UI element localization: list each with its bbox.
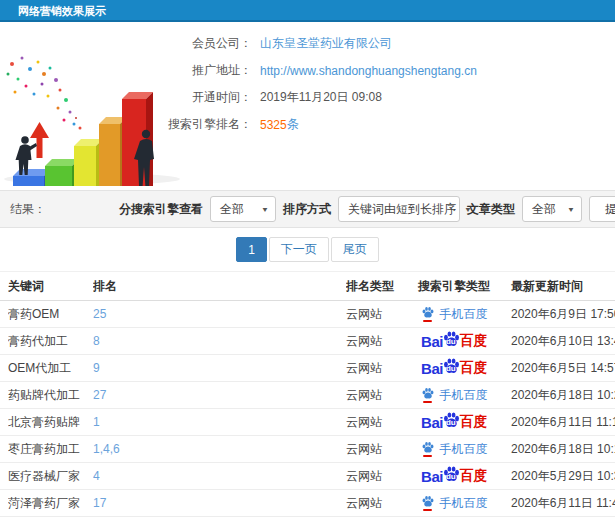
rank-type-cell: 云网站: [346, 306, 408, 323]
rank-link[interactable]: 1,4,6: [93, 442, 346, 456]
updated-time-cell: 2020年6月11日 11:18: [500, 414, 615, 431]
rank-link[interactable]: 25: [93, 307, 346, 321]
mobile-baidu-label: 手机百度: [440, 495, 488, 512]
mobile-baidu-logo: 手机百度: [421, 495, 488, 512]
mobile-baidu-logo: 手机百度: [421, 306, 488, 323]
info-label: 搜索引擎排名：: [60, 116, 252, 133]
red-underline: [423, 509, 432, 511]
table-header: 关键词 排名 排名类型 搜索引擎类型 最新更新时间: [0, 271, 615, 301]
info-value: 2019年11月20日 09:08: [260, 89, 382, 106]
mobile-baidu-logo: 手机百度: [421, 441, 488, 458]
keyword-cell: 医疗器械厂家: [8, 468, 93, 485]
keyword-cell: 膏药OEM: [8, 306, 93, 323]
info-value: 5325: [260, 118, 287, 132]
rank-type-cell: 云网站: [346, 495, 408, 512]
rank-type-cell: 云网站: [346, 441, 408, 458]
header-updated: 最新更新时间: [500, 278, 615, 295]
article-type-select[interactable]: 全部 ▼: [522, 196, 582, 222]
engine-filter-select[interactable]: 全部 ▼: [210, 196, 276, 222]
rank-link[interactable]: 1: [93, 415, 346, 429]
baidu-paw-icon: [421, 495, 435, 511]
baidu-paw-icon: du: [442, 465, 461, 484]
info-value[interactable]: 山东皇圣堂药业有限公司: [260, 35, 392, 52]
baidu-logo-cn: 百度: [460, 332, 487, 350]
header-engine-type: 搜索引擎类型: [408, 278, 500, 295]
updated-time-cell: 2020年6月5日 14:57: [500, 360, 615, 377]
rank-type-cell: 云网站: [346, 387, 408, 404]
baidu-paw-icon: [421, 306, 435, 322]
updated-time-cell: 2020年6月11日 11:40: [500, 495, 615, 512]
engine-cell: 手机百度 Bai du 百度: [408, 465, 500, 488]
baidu-logo-du: du: [446, 472, 456, 481]
header-rank-type: 排名类型: [346, 278, 408, 295]
updated-time-cell: 2020年5月29日 10:32: [500, 468, 615, 485]
page-button[interactable]: 下一页: [269, 237, 329, 262]
updated-time-cell: 2020年6月18日 10:19: [500, 441, 615, 458]
keyword-cell: 膏药代加工: [8, 333, 93, 350]
rank-link[interactable]: 9: [93, 361, 346, 375]
rank-type-cell: 云网站: [346, 414, 408, 431]
result-label: 结果：: [10, 201, 46, 218]
header-rank: 排名: [93, 278, 346, 295]
baidu-logo-du: du: [446, 364, 456, 373]
mobile-baidu-label: 手机百度: [440, 306, 488, 323]
article-type-label: 文章类型: [467, 201, 515, 218]
chevron-down-icon: ▼: [567, 205, 575, 213]
rank-link[interactable]: 8: [93, 334, 346, 348]
page-button[interactable]: 1: [236, 237, 267, 262]
rank-link[interactable]: 27: [93, 388, 346, 402]
baidu-paw-icon: [421, 387, 435, 403]
table-row: 北京膏药贴牌 1 云网站 手机百度 Bai du 百度 2020年6月11日 1…: [0, 409, 615, 436]
baidu-logo-cn: 百度: [460, 359, 487, 377]
rank-link[interactable]: 4: [93, 469, 346, 483]
table-row: 膏药代加工 8 云网站 手机百度 Bai du 百度 2020年6月10日 13…: [0, 328, 615, 355]
baidu-logo-bai: Bai: [421, 414, 443, 431]
engine-cell: 手机百度 Bai du 百度: [408, 306, 500, 323]
baidu-paw-icon: du: [442, 330, 461, 349]
info-row: 搜索引擎排名： 5325 条: [60, 111, 615, 138]
keyword-cell: 枣庄膏药加工: [8, 441, 93, 458]
rank-type-cell: 云网站: [346, 333, 408, 350]
red-underline: [423, 320, 432, 322]
pagination: 1 下一页 尾页: [0, 228, 615, 271]
info-row: 开通时间： 2019年11月20日 09:08: [60, 84, 615, 111]
baidu-logo-cn: 百度: [460, 413, 487, 431]
keyword-cell: OEM代加工: [8, 360, 93, 377]
info-list: 会员公司： 山东皇圣堂药业有限公司 推广地址： http://www.shand…: [60, 30, 615, 138]
rank-link[interactable]: 17: [93, 496, 346, 510]
sort-filter-label: 排序方式: [283, 201, 331, 218]
baidu-logo-du: du: [446, 337, 456, 346]
baidu-logo: Bai du 百度: [421, 330, 487, 353]
baidu-logo: Bai du 百度: [421, 411, 487, 434]
keyword-cell: 北京膏药贴牌: [8, 414, 93, 431]
baidu-paw-icon: [421, 441, 435, 457]
sort-filter-value: 关键词由短到长排序: [348, 201, 456, 218]
rank-type-cell: 云网站: [346, 468, 408, 485]
sort-filter-select[interactable]: 关键词由短到长排序 ▼: [338, 196, 460, 222]
engine-filter-value: 全部: [220, 201, 244, 218]
submit-button[interactable]: 提交: [589, 196, 615, 222]
filter-bar: 结果： 分搜索引擎查看 全部 ▼ 排序方式 关键词由短到长排序 ▼ 文章类型 全…: [0, 190, 615, 228]
header-keyword: 关键词: [8, 278, 93, 295]
table-row: 医疗器械厂家 4 云网站 手机百度 Bai du 百度 2020年5月29日 1…: [0, 463, 615, 490]
updated-time-cell: 2020年6月10日 13:40: [500, 333, 615, 350]
engine-cell: 手机百度 Bai du 百度: [408, 387, 500, 404]
baidu-logo-bai: Bai: [421, 468, 443, 485]
page-button[interactable]: 尾页: [331, 237, 379, 262]
mobile-baidu-logo: 手机百度: [421, 387, 488, 404]
engine-cell: 手机百度 Bai du 百度: [408, 330, 500, 353]
updated-time-cell: 2020年6月9日 17:50: [500, 306, 615, 323]
table-row: 药贴牌代加工 27 云网站 手机百度 Bai du 百度 2020年6月18日 …: [0, 382, 615, 409]
page-title: 网络营销效果展示: [0, 0, 615, 22]
info-row: 推广地址： http://www.shandonghuangshengtang.…: [60, 57, 615, 84]
baidu-logo: Bai du 百度: [421, 357, 487, 380]
baidu-paw-icon: du: [442, 411, 461, 430]
info-value[interactable]: http://www.shandonghuangshengtang.cn: [260, 64, 477, 78]
chevron-down-icon: ▼: [464, 205, 472, 213]
engine-cell: 手机百度 Bai du 百度: [408, 357, 500, 380]
mobile-baidu-label: 手机百度: [440, 441, 488, 458]
table-row: 枣庄膏药加工 1,4,6 云网站 手机百度 Bai du 百度 2020年6月1…: [0, 436, 615, 463]
baidu-logo-bai: Bai: [421, 333, 443, 350]
info-row: 会员公司： 山东皇圣堂药业有限公司: [60, 30, 615, 57]
baidu-logo-cn: 百度: [460, 467, 487, 485]
